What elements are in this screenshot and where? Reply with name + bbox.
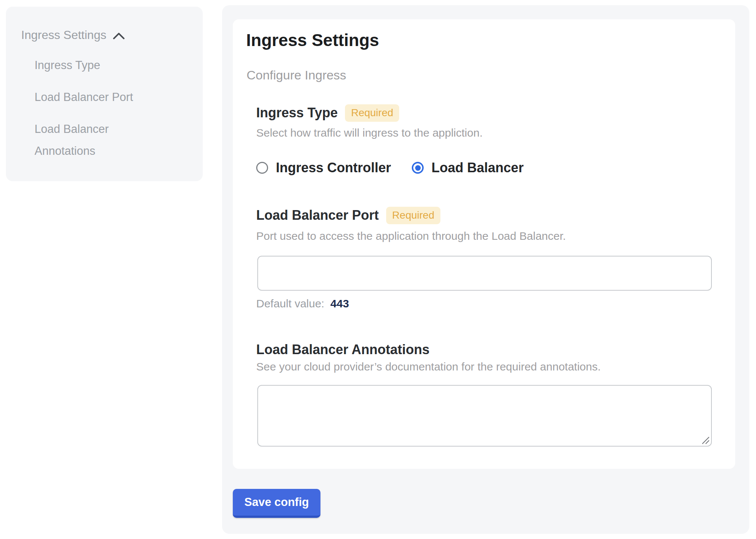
radio-selected-icon[interactable] [412, 162, 424, 174]
load-balancer-port-description: Port used to access the application thro… [256, 229, 566, 244]
ingress-settings-card: Ingress Settings Configure Ingress Ingre… [233, 19, 735, 469]
annotations-textarea-wrap [257, 385, 712, 447]
radio-ingress-controller-label: Ingress Controller [276, 160, 391, 176]
required-badge: Required [345, 104, 399, 122]
load-balancer-port-input[interactable] [257, 256, 712, 291]
default-value-number: 443 [330, 297, 349, 310]
load-balancer-annotations-title: Load Balancer Annotations [256, 341, 430, 359]
ingress-type-description: Select how traffic will ingress to the a… [256, 125, 483, 140]
default-value-line: Default value: 443 [256, 296, 349, 311]
page-subtitle: Configure Ingress [247, 67, 346, 83]
settings-sidebar: Ingress Settings Ingress Type Load Balan… [6, 7, 203, 181]
radio-load-balancer-label: Load Balancer [431, 160, 524, 176]
radio-dot [415, 165, 421, 171]
ingress-settings-panel: Ingress Settings Configure Ingress Ingre… [222, 5, 749, 534]
default-value-label: Default value: [256, 297, 324, 310]
page-title: Ingress Settings [246, 30, 379, 50]
sidebar-item-load-balancer-annotations[interactable]: Load Balancer Annotations [35, 118, 161, 162]
load-balancer-port-title: Load Balancer Port [256, 206, 379, 224]
ingress-type-title: Ingress Type [256, 104, 338, 122]
radio-load-balancer[interactable]: Load Balancer [412, 160, 524, 176]
radio-unselected-icon[interactable] [256, 162, 268, 174]
sidebar-group-label: Ingress Settings [21, 28, 106, 42]
load-balancer-annotations-section-header: Load Balancer Annotations [256, 341, 430, 359]
ingress-type-radio-group: Ingress Controller Load Balancer [256, 160, 524, 176]
sidebar-item-ingress-type[interactable]: Ingress Type [35, 54, 161, 76]
load-balancer-port-section-header: Load Balancer Port Required [256, 206, 440, 224]
required-badge: Required [386, 207, 440, 224]
radio-ingress-controller[interactable]: Ingress Controller [256, 160, 391, 176]
load-balancer-annotations-description: See your cloud provider’s documentation … [256, 359, 601, 374]
sidebar-item-load-balancer-port[interactable]: Load Balancer Port [35, 86, 161, 108]
sidebar-group-ingress-settings[interactable]: Ingress Settings [21, 28, 125, 42]
save-config-button[interactable]: Save config [233, 489, 320, 518]
load-balancer-annotations-textarea[interactable] [257, 385, 712, 447]
chevron-up-icon [113, 32, 125, 40]
ingress-type-section-header: Ingress Type Required [256, 104, 399, 122]
